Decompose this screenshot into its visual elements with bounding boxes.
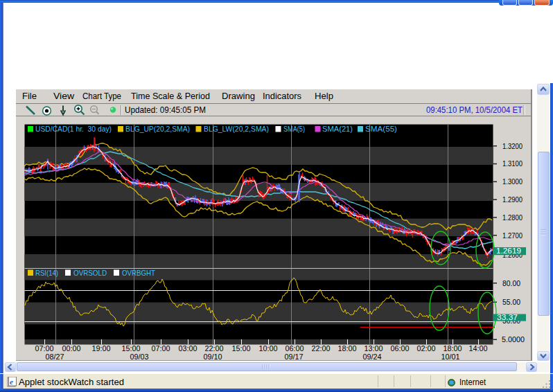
svg-text:19:00: 19:00 xyxy=(92,344,111,353)
svg-text:1.2700: 1.2700 xyxy=(502,231,523,240)
svg-text:09/17: 09/17 xyxy=(285,353,304,361)
svg-text:RSI(14): RSI(14) xyxy=(35,269,58,277)
svg-text:18:00: 18:00 xyxy=(444,344,462,353)
svg-text:View: View xyxy=(53,91,74,101)
svg-text:Applet stockWatch started: Applet stockWatch started xyxy=(19,377,124,387)
svg-text:33.37: 33.37 xyxy=(497,313,518,321)
svg-text:BLG_UP(20,2,SMA): BLG_UP(20,2,SMA) xyxy=(125,125,190,133)
svg-text:09:45:10 PM, 10/5/2004 ET: 09:45:10 PM, 10/5/2004 ET xyxy=(426,105,523,115)
svg-text:1.3100: 1.3100 xyxy=(502,159,523,168)
svg-text:Chart Type: Chart Type xyxy=(82,91,121,101)
svg-text:BLG_LW(20,2,SMA): BLG_LW(20,2,SMA) xyxy=(204,125,269,133)
svg-text:OVRSOLD: OVRSOLD xyxy=(73,269,107,277)
svg-text:1.2900: 1.2900 xyxy=(502,195,523,204)
svg-text:OVRBGHT: OVRBGHT xyxy=(122,269,155,277)
svg-text:14:00: 14:00 xyxy=(469,344,488,353)
svg-text:Time Scale & Period: Time Scale & Period xyxy=(131,91,210,101)
svg-text:SMA(5): SMA(5) xyxy=(283,125,305,133)
svg-text:File: File xyxy=(22,91,37,101)
svg-text:09/03: 09/03 xyxy=(130,353,149,361)
svg-text:Drawing: Drawing xyxy=(222,91,255,101)
svg-text:07:00: 07:00 xyxy=(152,344,170,353)
svg-text:Help: Help xyxy=(315,91,333,101)
svg-text:09/24: 09/24 xyxy=(363,353,382,361)
svg-text:SMA(21): SMA(21) xyxy=(322,125,353,133)
svg-text:15:00: 15:00 xyxy=(122,344,141,353)
svg-text:10:00: 10:00 xyxy=(259,344,278,353)
svg-text:Indicators: Indicators xyxy=(263,91,301,101)
svg-text:Updated: 09:45:05 PM: Updated: 09:45:05 PM xyxy=(125,105,206,115)
svg-text:18:00: 18:00 xyxy=(338,344,357,353)
svg-text:10/01: 10/01 xyxy=(441,353,460,361)
svg-text:55.00: 55.00 xyxy=(502,298,520,306)
svg-text:15:00: 15:00 xyxy=(232,344,251,353)
svg-text:1.2619: 1.2619 xyxy=(496,247,521,255)
svg-text:07:00: 07:00 xyxy=(35,344,54,353)
svg-text:03:00: 03:00 xyxy=(179,344,198,353)
svg-text:1.3200: 1.3200 xyxy=(502,142,523,150)
svg-text:02:00: 02:00 xyxy=(417,344,436,353)
svg-text:13:00: 13:00 xyxy=(365,344,383,353)
svg-text:06:00: 06:00 xyxy=(286,344,304,353)
svg-text:1.3000: 1.3000 xyxy=(502,177,523,186)
svg-text:06:00: 06:00 xyxy=(391,344,410,353)
svg-text:1.2800: 1.2800 xyxy=(502,213,523,222)
svg-text:USD/CAD(1 hr. 30 day): USD/CAD(1 hr. 30 day) xyxy=(35,125,112,133)
svg-text:09/10: 09/10 xyxy=(204,353,222,361)
svg-text:5.0000: 5.0000 xyxy=(502,335,525,344)
svg-text:00:00: 00:00 xyxy=(62,344,81,353)
svg-text:80.00: 80.00 xyxy=(502,279,520,287)
svg-text:SMA(55): SMA(55) xyxy=(365,125,397,133)
svg-text:08/27: 08/27 xyxy=(46,353,64,361)
svg-text:Internet: Internet xyxy=(459,377,486,387)
svg-text:22:00: 22:00 xyxy=(205,344,224,353)
svg-text:22:00: 22:00 xyxy=(312,344,331,353)
